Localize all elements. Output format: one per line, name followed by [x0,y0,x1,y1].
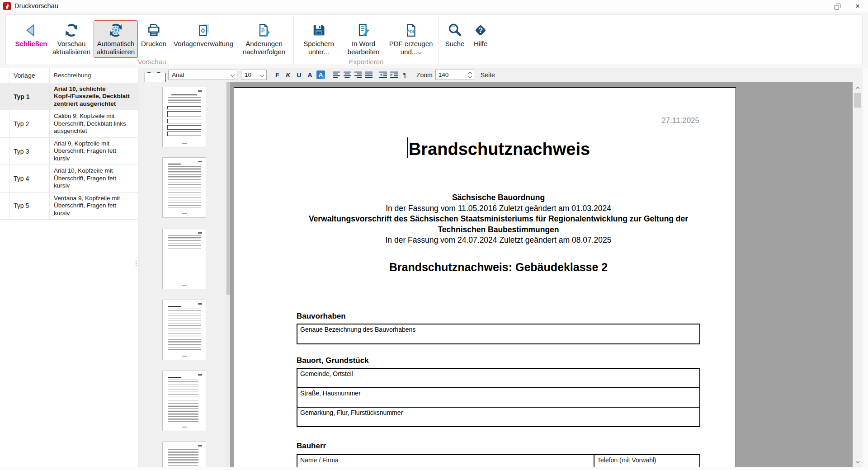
refresh-icon [63,22,80,38]
align-center-button[interactable] [342,70,353,80]
underline-button[interactable]: U [294,70,304,80]
font-family-value: Arial [172,71,184,78]
template-row-typ5[interactable]: Typ 5 [10,193,50,220]
suche-label: Suche [445,40,465,48]
search-icon [447,22,463,38]
font-family-select[interactable]: Arial [168,70,237,80]
page-thumbnail-3[interactable] [162,229,206,289]
help-icon: ? [472,22,489,38]
in-word-bearbeiten-label: In Word bearbeiten [342,40,385,56]
restore-window-button[interactable] [826,0,847,12]
intro-line: In der Fassung vom 11.05.2016 Zuletzt ge… [297,203,700,214]
scroll-up-button[interactable] [853,83,863,92]
window-right-edge [863,68,868,470]
column-header-vorlage: Vorlage [10,68,50,83]
hilfe-button[interactable]: ? Hilfe [468,20,493,49]
ribbon-panel: Schließen Vorschau aktualisieren [5,14,863,65]
template-row-typ4-description[interactable]: Arial 10, Kopfzeile mit Überschrift, Fra… [50,165,138,192]
field-gemarkung-flur[interactable]: Gemarkung, Flur, Flurstücksnummer [297,407,700,427]
template-row-typ2[interactable]: Typ 2 [10,110,50,137]
window-title: Druckvorschau [14,2,58,9]
page-thumbnail-2[interactable] [162,157,206,218]
template-table: Vorlage Beschreibung Typ 1 Arial 10, sch… [0,68,138,220]
formatting-marks-button[interactable]: ¶ [400,70,410,80]
thumbnail-scrollbar-thumb[interactable] [226,82,230,295]
template-panel: Vorlage Beschreibung Typ 1 Arial 10, sch… [0,68,138,470]
field-gemeinde-ortsteil[interactable]: Gemeinde, Ortsteil [297,368,700,388]
field-strasse-hausnummer[interactable]: Straße, Hausnummer [297,387,700,408]
template-row-typ3-description[interactable]: Arial 9, Kopfzeile mit Überschrift, Frag… [50,138,138,165]
scroll-down-button[interactable] [853,457,863,466]
preview-scrollbar-thumb[interactable] [854,93,861,108]
in-word-bearbeiten-button[interactable]: In Word bearbeiten [341,20,386,58]
vorschau-aktualisieren-button[interactable]: Vorschau aktualisieren [49,20,94,58]
section-heading-bauort: Bauort, Grundstück [297,356,369,365]
chevron-down-icon [231,73,235,77]
aenderungen-nachverfolgen-button[interactable]: Änderungen nachverfolgen [237,20,291,58]
row-gutter [0,193,10,220]
zoom-value: 140 [439,71,467,78]
row-gutter [0,110,10,137]
svg-text:?: ? [478,27,483,34]
automatisch-aktualisieren-button[interactable]: Automatisch aktualisieren [94,20,138,58]
indent-decrease-button[interactable] [378,70,388,80]
template-row-typ3[interactable]: Typ 3 [10,138,50,165]
window-bottom-edge [0,467,868,470]
template-row-typ1[interactable]: Typ 1 [10,83,50,110]
dropdown-chevron-icon [418,51,421,54]
align-left-button[interactable] [331,70,342,80]
intro-line: Sächsische Bauordnung [297,193,700,203]
pdf-erzeugen-button[interactable]: PDF PDF erzeugen und... [386,20,436,58]
zoom-spinner[interactable]: 140 [435,70,474,80]
page-thumbnail-4[interactable] [162,300,206,360]
spinner-up-icon[interactable] [468,72,472,74]
bold-button[interactable]: F [272,70,283,80]
template-row-typ2-description[interactable]: Calibri 9, Kopfzeile mit Überschrift, De… [50,110,138,137]
drucken-button[interactable]: Drucken [138,20,170,49]
indent-increase-icon [390,71,398,78]
chevron-down-icon [856,461,860,463]
template-row-typ5-description[interactable]: Verdana 9, Kopfzeile mit Überschrift, Fr… [50,193,138,220]
italic-button[interactable]: K [283,70,293,80]
highlight-button[interactable]: A [316,70,326,80]
field-bauvorhaben[interactable]: Genaue Bezeichnung des Bauvorhabens [297,324,700,344]
suche-button[interactable]: Suche [442,20,468,49]
chevron-down-icon [260,73,264,77]
document-preview-area: 27.11.2025 Brandschutznachweis Sächsisch… [230,82,853,470]
vorschau-aktualisieren-label: Vorschau aktualisieren [51,40,92,56]
thumbnail-scrollbar[interactable] [226,82,230,470]
back-triangle-icon [23,22,39,38]
app-icon [3,2,11,10]
align-right-button[interactable] [353,70,363,80]
document-page[interactable]: 27.11.2025 Brandschutznachweis Sächsisch… [234,87,736,470]
template-row-typ1-description[interactable]: Arial 10, schlichte Kopf-/Fusszeile, Dec… [50,83,138,110]
font-color-button[interactable]: A [305,70,315,80]
schliessen-button[interactable]: Schließen [13,20,49,49]
chevron-up-icon [856,87,860,89]
printer-icon [146,22,162,38]
spinner-down-icon[interactable] [468,75,472,78]
preview-scrollbar[interactable] [853,82,863,467]
ribbon-group-vorschau: Schließen Vorschau aktualisieren [10,16,294,65]
vorlagenverwaltung-button[interactable]: Vorlagenverwaltung [170,20,237,49]
section-heading-bauvorhaben: Bauvorhaben [297,312,346,321]
document-date: 27.11.2025 [661,116,699,125]
vorlagenverwaltung-label: Vorlagenverwaltung [174,40,233,48]
title-bar: Druckvorschau ✕ [0,0,868,12]
close-window-button[interactable]: ✕ [847,0,868,12]
highlight-icon: A [316,70,325,79]
intro-line: In der Fassung vom 24.07.2024 Zuletzt ge… [297,235,700,246]
row-gutter [0,138,10,165]
speichern-unter-button[interactable]: Speichern unter... [297,20,341,58]
align-justify-button[interactable] [364,70,374,80]
align-left-icon [333,71,340,78]
page-label: Seite [481,71,495,79]
indent-increase-button[interactable] [389,70,399,80]
thumbnail-strip [138,82,226,470]
column-header-beschreibung: Beschreibung [50,68,138,83]
font-size-select[interactable]: 10 [241,70,267,80]
page-thumbnail-6[interactable] [162,442,206,470]
template-row-typ4[interactable]: Typ 4 [10,165,50,192]
page-thumbnail-1[interactable] [162,87,206,147]
page-thumbnail-5[interactable] [162,371,206,431]
